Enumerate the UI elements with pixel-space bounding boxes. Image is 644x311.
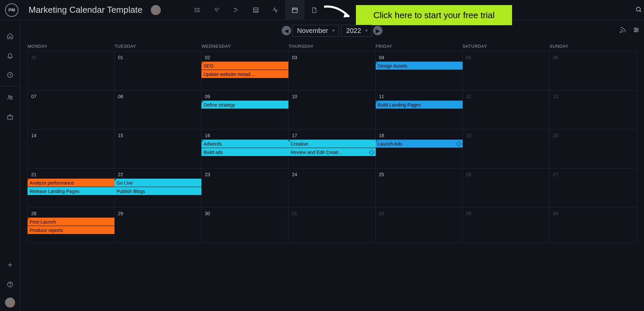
notifications-icon[interactable]	[0, 46, 20, 65]
calendar-cell[interactable]: 24	[288, 168, 375, 207]
team-icon[interactable]	[0, 88, 20, 107]
calendar-cell[interactable]: 02	[376, 207, 463, 243]
briefcase-icon[interactable]	[0, 107, 20, 127]
avatar[interactable]	[151, 5, 161, 15]
calendar-cell[interactable]: 03	[463, 207, 550, 243]
next-month-button[interactable]: ▶	[373, 26, 382, 35]
event-corner-icon	[201, 62, 204, 64]
calendar-cell[interactable]: 31	[28, 51, 114, 90]
app-logo[interactable]: PM	[5, 3, 18, 17]
day-number: 11	[379, 94, 384, 99]
home-icon[interactable]	[0, 26, 20, 46]
day-number: 08	[118, 94, 123, 99]
view-calendar-icon[interactable]	[285, 0, 305, 20]
calendar-cell[interactable]: 14	[28, 129, 114, 168]
calendar-cell[interactable]: 08	[114, 90, 201, 129]
recent-icon[interactable]	[0, 65, 20, 85]
calendar-event[interactable]: Build Landing Pages	[376, 101, 463, 109]
view-sheet-icon[interactable]	[246, 0, 266, 20]
calendar-cell[interactable]: 09	[201, 90, 288, 129]
svg-rect-25	[7, 116, 12, 119]
calendar-event[interactable]: Review and Edit Creati…	[288, 148, 375, 156]
event-corner-icon	[28, 218, 30, 220]
calendar-row: 31010203040506SEOUpdate website metad…De…	[28, 51, 637, 90]
settings-icon[interactable]	[633, 26, 640, 35]
day-number: 04	[553, 211, 558, 216]
calendar-event[interactable]: Go Live	[114, 179, 201, 187]
prev-month-button[interactable]: ◀	[282, 26, 291, 35]
calendar-cell[interactable]: 07	[28, 90, 114, 129]
day-number: 29	[118, 211, 123, 216]
calendar-cell[interactable]: 15	[114, 129, 201, 168]
day-number: 28	[31, 211, 37, 216]
calendar-cell[interactable]: 26	[463, 168, 550, 207]
calendar-event[interactable]: Publish Blogs	[114, 187, 201, 195]
calendar-event[interactable]: Release Landing Pages	[28, 187, 114, 195]
svg-point-29	[10, 286, 10, 286]
day-number: 04	[379, 55, 384, 60]
calendar-cell[interactable]: 27	[550, 168, 637, 207]
view-file-icon[interactable]	[305, 0, 324, 20]
calendar-event[interactable]: Design Assets	[376, 62, 463, 70]
day-number: 06	[553, 55, 558, 60]
calendar-cell[interactable]: 19	[463, 129, 550, 168]
calendar-event[interactable]: Update website metad…	[201, 70, 288, 78]
year-selector[interactable]: 2022▼	[341, 25, 372, 37]
event-corner-icon	[28, 179, 30, 181]
view-activity-icon[interactable]	[266, 0, 285, 20]
day-number: 02	[379, 211, 384, 216]
day-number: 30	[205, 211, 210, 216]
day-number: 03	[292, 55, 297, 60]
view-board-icon[interactable]	[207, 0, 227, 20]
left-nav	[0, 20, 20, 311]
calendar-cell[interactable]: 18	[376, 129, 463, 168]
calendar-cell[interactable]: 01	[114, 51, 201, 90]
add-icon[interactable]	[0, 255, 20, 275]
calendar-event[interactable]: Analyze performance	[28, 179, 114, 187]
user-avatar[interactable]	[5, 298, 15, 308]
calendar-cell[interactable]: 12	[463, 90, 550, 129]
calendar-cell[interactable]: 05	[463, 51, 550, 90]
calendar-cell[interactable]: 04	[376, 51, 463, 90]
day-number: 26	[466, 172, 471, 177]
calendar-cell[interactable]: 03	[288, 51, 375, 90]
calendar-cell[interactable]: 01	[288, 207, 375, 243]
calendar-event[interactable]: Adwords	[201, 140, 288, 148]
svg-rect-15	[292, 8, 297, 12]
calendar-cell[interactable]: 20	[550, 129, 637, 168]
day-number: 01	[118, 55, 123, 60]
day-number: 22	[118, 172, 123, 177]
day-number: 18	[379, 133, 384, 138]
calendar-cell[interactable]: 04	[550, 207, 637, 243]
calendar-cell[interactable]: 10	[288, 90, 375, 129]
calendar-cell[interactable]: 25	[376, 168, 463, 207]
svg-point-30	[620, 32, 621, 33]
calendar-event[interactable]: Creative	[288, 140, 375, 148]
calendar-event[interactable]: Produce reports	[28, 226, 114, 234]
calendar-event[interactable]: Build ads	[201, 148, 288, 156]
svg-point-34	[635, 28, 636, 29]
calendar-cell[interactable]: 30	[201, 207, 288, 243]
calendar-cell[interactable]: 06	[550, 51, 637, 90]
calendar-cell[interactable]: 11	[376, 90, 463, 129]
search-icon[interactable]	[635, 6, 642, 14]
calendar-cell[interactable]: 23	[201, 168, 288, 207]
calendar-event[interactable]: SEO	[201, 62, 288, 70]
view-gantt-icon[interactable]	[227, 0, 246, 20]
day-number: 07	[31, 94, 37, 99]
calendar-cell[interactable]: 29	[114, 207, 201, 243]
view-list-icon[interactable]	[188, 0, 207, 20]
feed-icon[interactable]	[619, 26, 627, 35]
calendar-event[interactable]: Define strategy	[201, 101, 288, 109]
weekday-header: WEDNESDAY	[201, 44, 288, 49]
calendar-cell[interactable]: 13	[550, 90, 637, 129]
svg-point-4	[195, 10, 196, 10]
calendar-row: 21222324252627Analyze performanceRelease…	[28, 168, 637, 207]
calendar-row: 07080910111213Define strategyBuild Landi…	[28, 90, 637, 129]
svg-point-23	[8, 95, 10, 97]
calendar-event[interactable]: Post-Launch	[28, 218, 114, 226]
help-icon[interactable]	[0, 275, 20, 294]
month-selector[interactable]: November▼	[292, 25, 339, 37]
calendar-event[interactable]: Launch Ads	[376, 140, 463, 148]
event-corner-icon	[376, 62, 378, 64]
